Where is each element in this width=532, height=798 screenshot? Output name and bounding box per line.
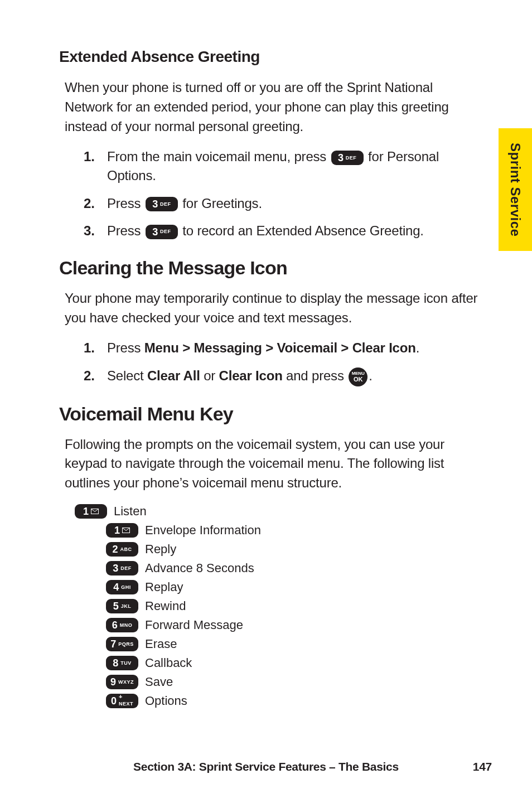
voicemail-menu-list: 1 Listen 1 Envelope Information 2ABC Rep… <box>59 504 483 708</box>
menu-label: Callback <box>145 656 192 670</box>
key-4-icon: 4GHI <box>106 580 138 594</box>
step-number: 3. <box>84 221 107 240</box>
key-1-icon: 1 <box>106 523 138 538</box>
key-2-icon: 2ABC <box>106 542 138 557</box>
key-9-icon: 9WXYZ <box>106 675 138 689</box>
paragraph-vmkey: Following the prompts on the voicemail s… <box>59 435 483 493</box>
menu-label: Reply <box>145 542 176 557</box>
key-6-icon: 6MNO <box>106 618 138 632</box>
step-number: 2. <box>84 366 107 385</box>
step-2: 2. Select Clear All or Clear Icon and pr… <box>84 366 483 386</box>
key-3-icon: 3DEF <box>146 197 178 211</box>
step-number: 1. <box>84 338 107 357</box>
paragraph-clearing: Your phone may temporarily continue to d… <box>59 289 483 328</box>
list-item: 2ABC Reply <box>105 542 483 557</box>
menu-label: Envelope Information <box>145 523 261 538</box>
list-item: 1 Envelope Information <box>105 523 483 538</box>
menu-label: Rewind <box>145 599 186 613</box>
list-item: 9WXYZ Save <box>105 675 483 689</box>
step-2: 2. Press 3DEF for Greetings. <box>84 194 483 213</box>
step-1: 1. From the main voicemail menu, press 3… <box>84 147 483 185</box>
menu-listen: 1 Listen <box>74 504 483 519</box>
key-3-icon: 3DEF <box>331 151 364 165</box>
key-0-icon: 0 +NEXT <box>106 694 138 708</box>
steps-extended: 1. From the main voicemail menu, press 3… <box>59 147 483 240</box>
menu-label: Options <box>145 694 187 708</box>
list-item: 5JKL Rewind <box>105 599 483 613</box>
key-5-icon: 5JKL <box>106 599 138 613</box>
heading-clearing-icon: Clearing the Message Icon <box>59 257 483 279</box>
footer-text: Section 3A: Sprint Service Features – Th… <box>133 760 399 773</box>
step-text: Press 3DEF for Greetings. <box>107 194 483 213</box>
heading-extended-absence: Extended Absence Greeting <box>59 48 483 66</box>
list-item: 6MNO Forward Message <box>105 618 483 632</box>
steps-clearing: 1. Press Menu > Messaging > Voicemail > … <box>59 338 483 386</box>
key-3-icon: 3DEF <box>106 561 138 575</box>
key-7-icon: 7PQRS <box>106 637 138 651</box>
key-3-icon: 3DEF <box>146 225 178 239</box>
step-1: 1. Press Menu > Messaging > Voicemail > … <box>84 338 483 357</box>
step-text: Select Clear All or Clear Icon and press… <box>107 366 483 386</box>
step-number: 1. <box>84 147 107 166</box>
side-tab-label: Sprint Service <box>507 143 523 236</box>
step-text: Press Menu > Messaging > Voicemail > Cle… <box>107 338 483 357</box>
envelope-icon <box>122 528 130 533</box>
step-text: From the main voicemail menu, press 3DEF… <box>107 147 483 185</box>
step-number: 2. <box>84 194 107 213</box>
step-3: 3. Press 3DEF to record an Extended Abse… <box>84 221 483 240</box>
menu-label: Erase <box>145 637 177 651</box>
side-tab: Sprint Service <box>499 128 532 251</box>
page-number: 147 <box>473 760 492 773</box>
menu-label: Save <box>145 675 173 689</box>
menu-label: Replay <box>145 580 183 594</box>
list-item: 0 +NEXT Options <box>105 694 483 708</box>
page-footer: Section 3A: Sprint Service Features – Th… <box>0 760 532 773</box>
page-content: Extended Absence Greeting When your phon… <box>0 0 532 746</box>
menu-label: Listen <box>114 504 147 519</box>
step-text: Press 3DEF to record an Extended Absence… <box>107 221 483 240</box>
list-item: 7PQRS Erase <box>105 637 483 651</box>
list-item: 3DEF Advance 8 Seconds <box>105 561 483 575</box>
heading-voicemail-menu-key: Voicemail Menu Key <box>59 403 483 425</box>
key-8-icon: 8TUV <box>106 656 138 670</box>
list-item: 8TUV Callback <box>105 656 483 670</box>
menu-label: Advance 8 Seconds <box>145 561 254 575</box>
paragraph-extended: When your phone is turned off or you are… <box>59 78 483 136</box>
submenu: 1 Envelope Information 2ABC Reply 3DEF A… <box>74 523 483 708</box>
menu-label: Forward Message <box>145 618 243 632</box>
menu-ok-icon: MENUOK <box>349 367 367 386</box>
list-item: 4GHI Replay <box>105 580 483 594</box>
key-1-icon: 1 <box>75 504 107 519</box>
envelope-icon <box>91 509 99 514</box>
